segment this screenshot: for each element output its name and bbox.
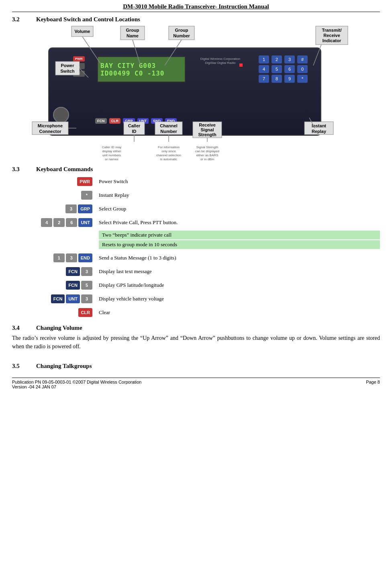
cmd-desc-status: Send a Status Message (1 to 3 digits) xyxy=(99,255,176,261)
up-arrow-button: ▲ xyxy=(73,63,85,69)
svg-text:channel selection: channel selection xyxy=(156,153,181,157)
section-34-body: The radio’s receive volume is adjusted b… xyxy=(12,334,380,351)
radio-image: PWR ▲ ▼ BAY CITY G003 ID00499 C0 -130 1 … xyxy=(48,47,321,136)
svg-rect-11 xyxy=(316,26,348,45)
section-32-title: Keyboard Switch and Control Locations xyxy=(36,16,140,23)
key2-label: 2 xyxy=(53,218,65,227)
key-7: 7 xyxy=(259,75,269,83)
key3d-label: 3 xyxy=(81,294,92,303)
version-info: Version -04 24 JAN 07 xyxy=(12,384,141,389)
cmd-desc-gps: Display GPS latitude/longitude xyxy=(99,282,164,288)
svg-text:For information: For information xyxy=(158,145,180,149)
pwr-button: PWR xyxy=(73,56,85,61)
key-9: 9 xyxy=(284,75,295,83)
keypad-area: 1 2 3 # 4 5 6 0 7 8 9 * xyxy=(259,55,308,83)
fcn-label-1: FCN xyxy=(66,267,80,276)
cmd-keys-status: 1 3 END xyxy=(12,253,92,262)
radio-screen: BAY CITY G003 ID00499 C0 -130 xyxy=(97,56,186,82)
power-area: PWR ▲ ▼ xyxy=(73,56,85,77)
key4-label: 4 xyxy=(41,218,52,227)
function-buttons: FCN CLR GRP UNT SND END xyxy=(95,118,177,124)
radio-diagram: PWR ▲ ▼ BAY CITY G003 ID00499 C0 -130 1 … xyxy=(12,25,380,162)
section-32-heading: 3.2 Keyboard Switch and Control Location… xyxy=(12,16,380,23)
svg-text:Name: Name xyxy=(127,33,139,38)
fcn-key: FCN xyxy=(95,118,107,124)
cmd-desc-battery: Display vehicle battery voltage xyxy=(99,296,164,302)
fcn-label-2: FCN xyxy=(66,281,80,290)
cmd-keys-gps: FCN 5 xyxy=(12,281,92,290)
key-2: 2 xyxy=(272,55,282,63)
section-34-heading: 3.4 Changing Volume xyxy=(12,325,380,331)
section-35-number: 3.5 xyxy=(12,363,36,370)
cmd-keys-last-text: FCN 3 xyxy=(12,267,92,276)
key1-label: 1 xyxy=(53,253,65,262)
grp-label: GRP xyxy=(78,204,92,213)
key-4: 4 xyxy=(259,65,269,73)
grp-key: GRP xyxy=(123,118,135,124)
fcn-label-3: FCN xyxy=(51,294,65,303)
cmd-battery: FCN UNT 3 Display vehicle battery voltag… xyxy=(12,293,380,304)
cmd-desc-replay: Instant Replay xyxy=(99,192,129,198)
key3b-label: 3 xyxy=(66,253,77,262)
svg-text:can be displayed: can be displayed xyxy=(195,149,219,153)
key-6: 6 xyxy=(284,65,295,73)
svg-text:Number: Number xyxy=(173,33,190,38)
highlight-resets: Resets to group mode in 10 seconds xyxy=(99,240,380,249)
key-3: 3 xyxy=(284,55,295,63)
cmd-desc-power: Power Switch xyxy=(99,178,128,185)
svg-text:Signal Strength: Signal Strength xyxy=(196,145,218,149)
unt-label: UNT xyxy=(78,218,92,227)
cmd-desc-clear: Clear xyxy=(99,309,110,316)
cmd-keys-power: PWR xyxy=(12,177,92,186)
cmd-clear: CLR Clear xyxy=(12,307,380,318)
commands-table: PWR Power Switch * Instant Replay 3 GRP … xyxy=(12,176,380,318)
highlight-beeps: Two “beeps” indicate private call xyxy=(99,231,380,239)
section-33-title: Keyboard Commands xyxy=(36,166,93,173)
down-arrow-button: ▼ xyxy=(73,71,85,77)
section-32-number: 3.2 xyxy=(12,16,36,23)
key-star: * xyxy=(297,75,308,83)
key3-label: 3 xyxy=(65,204,77,213)
cmd-keys-private: 4 2 6 UNT xyxy=(12,218,92,227)
key-0: 0 xyxy=(297,65,308,73)
cmd-power-switch: PWR Power Switch xyxy=(12,176,380,187)
cmd-keys-clear: CLR xyxy=(12,308,92,317)
footer-right: Page 8 xyxy=(366,380,380,389)
page-header: DM-3010 Mobile Radio Transceiver- Instru… xyxy=(12,0,380,12)
key3c-label: 3 xyxy=(81,267,92,276)
cmd-private-call: 4 2 6 UNT Select Private Call, Press PTT… xyxy=(12,217,380,228)
key-hash: # xyxy=(297,55,308,63)
section-33-heading: 3.3 Keyboard Commands xyxy=(12,166,380,173)
footer-left: Publication PN 09-05-0003-01 ©2007 Digit… xyxy=(12,380,141,389)
clr-label: CLR xyxy=(78,308,92,317)
section-35-title: Changing Talkgroups xyxy=(36,363,92,370)
cmd-last-text: FCN 3 Display last text message xyxy=(12,266,380,277)
svg-text:is automatic: is automatic xyxy=(160,157,178,161)
svg-text:Caller ID may: Caller ID may xyxy=(102,145,121,149)
svg-text:Transmit/: Transmit/ xyxy=(322,28,342,33)
header-title: DM-3010 Mobile Radio Transceiver- Instru… xyxy=(123,3,269,10)
cmd-select-group: 3 GRP Select Group xyxy=(12,203,380,215)
brand-text: Digital Wireless CorporationDigiStar Dig… xyxy=(200,57,240,65)
cmd-highlights-row: Two “beeps” indicate private call Resets… xyxy=(12,231,380,250)
end-label: END xyxy=(78,253,92,262)
cmd-status-message: 1 3 END Send a Status Message (1 to 3 di… xyxy=(12,252,380,264)
cmd-desc-last-text: Display last text message xyxy=(99,268,152,275)
clr-key: CLR xyxy=(109,118,121,124)
cmd-gps: FCN 5 Display GPS latitude/longitude xyxy=(12,280,380,291)
svg-text:Volume: Volume xyxy=(75,29,90,34)
pwr-key-label: PWR xyxy=(77,177,92,186)
section-35-heading: 3.5 Changing Talkgroups xyxy=(12,363,380,370)
radio-body: PWR ▲ ▼ BAY CITY G003 ID00499 C0 -130 1 … xyxy=(49,48,321,135)
svg-text:or in dBm: or in dBm xyxy=(200,157,214,161)
key-1: 1 xyxy=(259,55,269,63)
svg-text:Indicator: Indicator xyxy=(323,38,341,43)
svg-text:only since: only since xyxy=(161,149,176,153)
key5-label: 5 xyxy=(81,281,92,290)
unt-label-2: UNT xyxy=(66,294,80,303)
mic-connector xyxy=(53,107,69,123)
svg-text:Group: Group xyxy=(126,28,139,33)
svg-rect-7 xyxy=(169,26,194,40)
cmd-desc-group: Select Group xyxy=(99,206,126,212)
screen-line1: BAY CITY G003 xyxy=(100,62,182,69)
